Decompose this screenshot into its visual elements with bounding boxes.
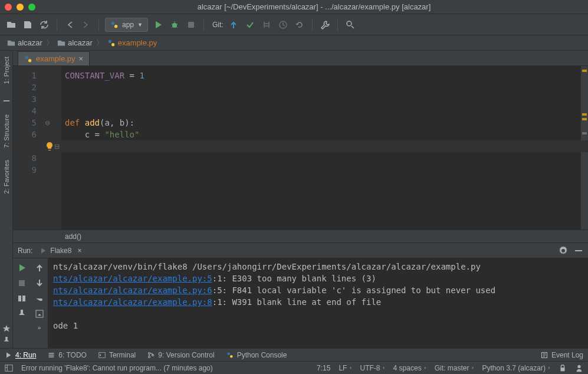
svg-rect-26 bbox=[5, 365, 12, 371]
pin-run-icon[interactable] bbox=[17, 309, 27, 319]
fold-icon[interactable]: ⊖ bbox=[45, 117, 54, 126]
star-icon[interactable] bbox=[2, 324, 11, 333]
open-icon[interactable] bbox=[5, 18, 18, 31]
svg-point-28 bbox=[577, 365, 580, 368]
stop-run-icon[interactable] bbox=[17, 278, 27, 288]
editor-tab-example[interactable]: example.py × bbox=[18, 51, 90, 65]
run-toolbar-right: » bbox=[31, 258, 48, 348]
run-toolbar-left bbox=[13, 258, 31, 348]
breadcrumb-root[interactable]: alcazar bbox=[5, 38, 45, 47]
run-config-label: app bbox=[122, 21, 134, 29]
encoding[interactable]: UTF-8♦ bbox=[360, 364, 385, 372]
forward-icon[interactable] bbox=[80, 18, 93, 31]
git-label: Git: bbox=[212, 21, 224, 29]
up-arrow-icon[interactable] bbox=[35, 263, 44, 273]
close-window-button[interactable] bbox=[5, 4, 12, 11]
rerun-icon[interactable] bbox=[17, 263, 27, 273]
editor-context-bar: add() bbox=[13, 229, 588, 242]
wrap-icon[interactable] bbox=[35, 294, 44, 303]
console-output[interactable]: nts/alcazar/venv/bin/flake8 /Users/jahon… bbox=[48, 258, 588, 348]
hector-icon[interactable] bbox=[575, 364, 583, 372]
debug-button[interactable] bbox=[168, 18, 181, 31]
cursor-position[interactable]: 7:15 bbox=[317, 364, 330, 372]
breadcrumb-file[interactable]: example.py bbox=[105, 38, 159, 47]
layout-icon[interactable] bbox=[17, 294, 27, 303]
warning-marker[interactable] bbox=[582, 113, 587, 116]
tab-todo[interactable]: 6: TODO bbox=[48, 351, 87, 359]
tab-terminal[interactable]: Terminal bbox=[98, 351, 136, 359]
fold-end-icon[interactable]: ⊟ bbox=[54, 140, 64, 150]
save-icon[interactable] bbox=[21, 18, 34, 31]
stop-button[interactable] bbox=[185, 18, 198, 31]
down-arrow-icon[interactable] bbox=[35, 278, 44, 288]
run-button[interactable] bbox=[152, 18, 165, 31]
line-separator[interactable]: LF♦ bbox=[339, 364, 352, 372]
main-toolbar: app ▼ Git: bbox=[0, 14, 588, 35]
breadcrumb-folder[interactable]: alcazar bbox=[55, 38, 95, 47]
sidebar-tab-project[interactable]: 1: Project bbox=[2, 51, 11, 90]
tab-run[interactable]: 4: Run bbox=[5, 351, 36, 359]
more-icon[interactable]: » bbox=[38, 324, 41, 331]
tab-python-console[interactable]: Python Console bbox=[226, 351, 287, 359]
git-branch[interactable]: Git: master♦ bbox=[435, 364, 474, 372]
svg-point-23 bbox=[227, 352, 230, 355]
sidebar-tab-favorites[interactable]: 2: Favorites bbox=[2, 154, 11, 199]
svg-point-24 bbox=[230, 355, 233, 358]
close-tab-icon[interactable]: × bbox=[78, 54, 83, 63]
svg-point-0 bbox=[111, 21, 114, 24]
bottom-tool-tabs: 4: Run 6: TODO Terminal 9: Version Contr… bbox=[0, 348, 588, 361]
status-message[interactable]: Error running 'Flake8': Cannot run progr… bbox=[21, 364, 213, 372]
scroll-icon[interactable] bbox=[35, 309, 44, 319]
hide-icon[interactable] bbox=[574, 246, 583, 255]
svg-rect-3 bbox=[188, 22, 194, 28]
run-config-selector[interactable]: app ▼ bbox=[105, 18, 148, 32]
gear-icon[interactable] bbox=[559, 246, 568, 255]
console-link[interactable]: nts/alcazar/alcazar/example.py:5 bbox=[53, 274, 212, 283]
status-bar: Error running 'Flake8': Cannot run progr… bbox=[0, 361, 588, 374]
run-header-label: Run: bbox=[18, 247, 32, 255]
build-icon[interactable] bbox=[318, 18, 331, 31]
console-link[interactable]: nts/alcazar/alcazar/example.py:6 bbox=[53, 286, 212, 295]
titlebar: alcazar [~/DevExperiments/alcazar] - ...… bbox=[0, 0, 588, 14]
svg-point-20 bbox=[149, 352, 150, 354]
intention-bulb-icon[interactable] bbox=[45, 142, 54, 151]
git-history-icon[interactable] bbox=[277, 18, 290, 31]
svg-rect-11 bbox=[575, 250, 582, 251]
indent[interactable]: 4 spaces♦ bbox=[393, 364, 426, 372]
chevron-right-icon: 〉 bbox=[96, 38, 104, 48]
window-controls bbox=[5, 4, 35, 11]
run-tab-flake8[interactable]: Flake8 × bbox=[40, 247, 81, 255]
tool-windows-icon[interactable] bbox=[5, 364, 13, 372]
python-interpreter[interactable]: Python 3.7 (alcazar)♦ bbox=[482, 364, 550, 372]
caret-marker bbox=[582, 132, 587, 134]
svg-rect-18 bbox=[49, 356, 54, 357]
git-compare-icon[interactable] bbox=[260, 18, 273, 31]
editor-body[interactable]: 1 2 3 4 5 6 7 8 9 ⊖ ⊟ CONSTANT_VAR = 1 d… bbox=[13, 66, 588, 229]
minimize-icon[interactable] bbox=[2, 97, 11, 105]
svg-point-6 bbox=[109, 40, 111, 42]
git-commit-icon[interactable] bbox=[244, 18, 257, 31]
maximize-window-button[interactable] bbox=[28, 4, 35, 11]
close-run-tab-icon[interactable]: × bbox=[77, 247, 81, 255]
search-icon[interactable] bbox=[344, 18, 357, 31]
pin-icon[interactable] bbox=[2, 336, 11, 345]
svg-rect-27 bbox=[561, 368, 565, 371]
tab-version-control[interactable]: 9: Version Control bbox=[147, 351, 214, 359]
lock-icon[interactable] bbox=[559, 364, 567, 372]
svg-rect-17 bbox=[49, 355, 54, 356]
console-link[interactable]: nts/alcazar/alcazar/example.py:8 bbox=[53, 297, 212, 307]
sync-icon[interactable] bbox=[38, 18, 51, 31]
git-revert-icon[interactable] bbox=[293, 18, 306, 31]
svg-point-9 bbox=[25, 55, 28, 58]
caret-down-icon: ▼ bbox=[137, 22, 143, 28]
svg-rect-8 bbox=[3, 101, 9, 102]
chevron-right-icon: 〉 bbox=[46, 38, 54, 48]
git-update-icon[interactable] bbox=[227, 18, 240, 31]
minimize-window-button[interactable] bbox=[17, 4, 24, 11]
svg-point-2 bbox=[172, 23, 177, 28]
sidebar-tab-structure[interactable]: 7: Structure bbox=[2, 109, 11, 154]
svg-point-10 bbox=[28, 59, 31, 62]
svg-rect-13 bbox=[18, 296, 21, 301]
tab-event-log[interactable]: Event Log bbox=[541, 351, 583, 359]
back-icon[interactable] bbox=[63, 18, 76, 31]
